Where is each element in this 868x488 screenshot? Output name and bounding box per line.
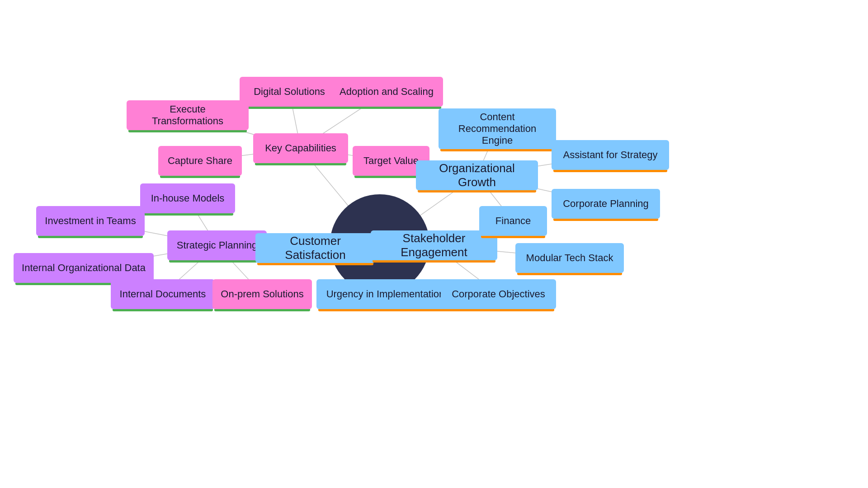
- internal-documents-label: Internal Documents: [120, 288, 206, 300]
- organizational-growth-node[interactable]: Organizational Growth: [416, 160, 538, 190]
- adoption-scaling-label: Adoption and Scaling: [340, 86, 434, 98]
- internal-org-data-label: Internal Organizational Data: [22, 262, 146, 274]
- key-capabilities-node[interactable]: Key Capabilities: [253, 133, 348, 163]
- digital-solutions-label: Digital Solutions: [254, 86, 325, 98]
- on-prem-solutions-label: On-prem Solutions: [221, 288, 303, 300]
- in-house-models-node[interactable]: In-house Models: [140, 183, 235, 213]
- internal-org-data-node[interactable]: Internal Organizational Data: [14, 253, 154, 283]
- urgency-implementation-node[interactable]: Urgency in Implementation: [316, 279, 454, 309]
- capture-share-node[interactable]: Capture Share: [158, 146, 242, 176]
- adoption-scaling-node[interactable]: Adoption and Scaling: [330, 77, 443, 107]
- corporate-objectives-node[interactable]: Corporate Objectives: [441, 279, 556, 309]
- target-value-label: Target Value: [363, 155, 419, 167]
- modular-tech-stack-node[interactable]: Modular Tech Stack: [515, 243, 624, 273]
- strategic-planning-label: Strategic Planning: [177, 239, 258, 251]
- corporate-planning-label: Corporate Planning: [563, 198, 649, 210]
- customer-satisfaction-label: Customer Satisfaction: [263, 234, 368, 262]
- key-capabilities-label: Key Capabilities: [265, 142, 336, 154]
- on-prem-solutions-node[interactable]: On-prem Solutions: [212, 279, 312, 309]
- investment-teams-label: Investment in Teams: [45, 215, 136, 227]
- investment-teams-node[interactable]: Investment in Teams: [36, 206, 145, 236]
- finance-node[interactable]: Finance: [479, 206, 547, 236]
- organizational-growth-label: Organizational Growth: [423, 161, 531, 189]
- stakeholder-engagement-node[interactable]: Stakeholder Engagement: [371, 230, 497, 260]
- strategic-planning-node[interactable]: Strategic Planning: [167, 230, 267, 260]
- stakeholder-engagement-label: Stakeholder Engagement: [378, 231, 490, 259]
- modular-tech-stack-label: Modular Tech Stack: [526, 252, 613, 264]
- in-house-models-label: In-house Models: [151, 192, 225, 204]
- content-rec-engine-label: Content Recommendation Engine: [446, 111, 549, 146]
- capture-share-label: Capture Share: [168, 155, 232, 167]
- assistant-strategy-node[interactable]: Assistant for Strategy: [552, 140, 669, 170]
- execute-transformations-node[interactable]: Execute Transformations: [127, 100, 249, 130]
- corporate-planning-node[interactable]: Corporate Planning: [552, 189, 660, 219]
- digital-solutions-node[interactable]: Digital Solutions: [240, 77, 339, 107]
- customer-satisfaction-node[interactable]: Customer Satisfaction: [255, 233, 375, 263]
- corporate-objectives-label: Corporate Objectives: [452, 288, 545, 300]
- internal-documents-node[interactable]: Internal Documents: [111, 279, 215, 309]
- execute-transformations-label: Execute Transformations: [134, 103, 241, 127]
- content-rec-engine-node[interactable]: Content Recommendation Engine: [439, 108, 556, 149]
- urgency-implementation-label: Urgency in Implementation: [326, 288, 445, 300]
- assistant-strategy-label: Assistant for Strategy: [563, 149, 657, 161]
- finance-label: Finance: [495, 215, 531, 227]
